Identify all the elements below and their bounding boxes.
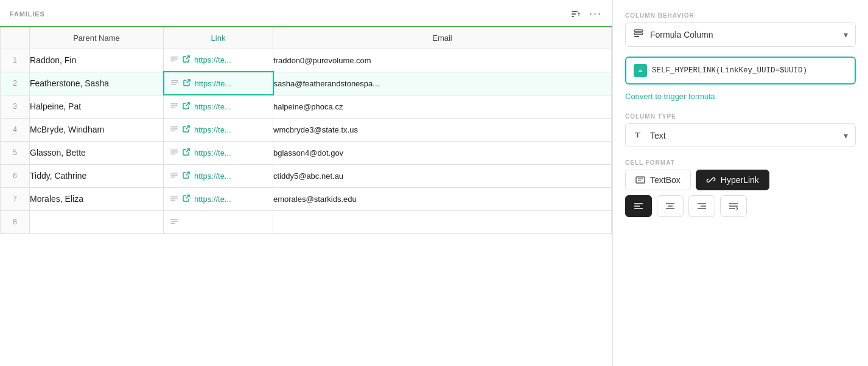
cell-email[interactable]: fraddon0@purevolume.com — [273, 49, 612, 72]
cell-format-section: CELL FORMAT TextBox HyperLink — [625, 159, 856, 217]
svg-text:T: T — [635, 130, 640, 139]
svg-rect-22 — [170, 198, 178, 199]
cell-parent-name[interactable]: Glasson, Bette — [30, 141, 164, 164]
svg-rect-8 — [171, 84, 176, 85]
link-url[interactable]: https://te... — [194, 148, 231, 157]
cell-link[interactable]: https://te... — [164, 118, 273, 141]
align-justify-button[interactable] — [720, 195, 747, 217]
cell-menu-icon[interactable] — [170, 148, 178, 158]
cell-parent-name[interactable]: Tiddy, Cathrine — [30, 164, 164, 187]
cell-email[interactable]: sasha@featherandstonespa... — [273, 72, 612, 95]
link-url[interactable]: https://te... — [194, 125, 231, 134]
table-row: 2Featherstone, Sasha https://te...sasha@… — [1, 72, 612, 95]
external-link-icon — [182, 194, 191, 204]
svg-rect-10 — [170, 105, 178, 106]
svg-rect-7 — [171, 82, 178, 83]
col-header-link[interactable]: Link — [164, 27, 273, 49]
align-right-button[interactable] — [688, 195, 715, 217]
column-behavior-value: Formula Column — [650, 30, 713, 40]
cell-email[interactable]: ctiddy5@abc.net.au — [273, 164, 612, 187]
formula-icon: ≡ — [634, 64, 647, 77]
svg-rect-17 — [170, 153, 175, 154]
cell-menu-icon[interactable] — [170, 55, 178, 65]
column-type-dropdown[interactable]: T Text ▾ — [625, 123, 856, 147]
header-icons: ··· — [570, 7, 602, 20]
cell-email[interactable] — [273, 210, 612, 233]
link-url[interactable]: https://te... — [194, 102, 231, 111]
svg-rect-29 — [634, 36, 639, 37]
external-link-icon — [182, 55, 191, 65]
svg-rect-16 — [170, 151, 178, 153]
table-row: 7Morales, Eliza https://te...emorales@st… — [1, 187, 612, 210]
row-number: 8 — [1, 210, 30, 233]
cell-parent-name[interactable]: McBryde, Windham — [30, 118, 164, 141]
cell-link[interactable]: https://te... — [164, 49, 273, 72]
svg-rect-21 — [170, 196, 178, 197]
formula-box[interactable]: ≡ SELF_HYPERLINK(LinkKey_UUID=$UUID) — [625, 57, 856, 85]
column-type-section: COLUMN TYPE T Text ▾ — [625, 113, 856, 147]
link-url[interactable]: https://te... — [195, 79, 232, 88]
convert-trigger-link[interactable]: Convert to trigger formula — [625, 92, 856, 101]
cell-link[interactable]: https://te... — [164, 164, 273, 187]
cell-menu-icon[interactable] — [170, 102, 178, 112]
row-number: 6 — [1, 164, 30, 187]
cell-menu-icon[interactable] — [170, 78, 179, 89]
cell-email[interactable]: emorales@starkids.edu — [273, 187, 612, 210]
right-panel: COLUMN BEHAVIOR Formula Column ▾ ≡ SELF_… — [612, 0, 868, 366]
cell-link[interactable] — [164, 210, 273, 233]
svg-rect-24 — [170, 219, 178, 220]
col-header-num — [1, 27, 30, 49]
column-behavior-label: COLUMN BEHAVIOR — [625, 12, 856, 19]
cell-link[interactable]: https://te... — [164, 141, 273, 164]
cell-email[interactable]: bglasson4@dot.gov — [273, 141, 612, 164]
textbox-label: TextBox — [650, 175, 681, 185]
row-number: 1 — [1, 49, 30, 72]
cell-link[interactable]: https://te... — [164, 187, 273, 210]
align-left-button[interactable] — [625, 195, 652, 217]
svg-rect-13 — [170, 128, 178, 129]
svg-rect-3 — [170, 57, 178, 58]
cell-link[interactable]: https://te... — [164, 72, 273, 95]
cell-link[interactable]: https://te... — [164, 95, 273, 118]
hyperlink-button[interactable]: HyperLink — [696, 170, 769, 190]
col-header-parent-name[interactable]: Parent Name — [30, 27, 164, 49]
cell-parent-name[interactable]: Featherstone, Sasha — [30, 72, 164, 95]
cell-menu-icon[interactable] — [170, 194, 178, 204]
left-panel: FAMILIES ··· Parent Name Link — [0, 0, 612, 366]
svg-rect-28 — [634, 33, 643, 35]
svg-rect-25 — [170, 221, 178, 222]
table-row: 6Tiddy, Cathrine https://te...ctiddy5@ab… — [1, 164, 612, 187]
column-behavior-section: COLUMN BEHAVIOR Formula Column ▾ — [625, 12, 856, 47]
cell-parent-name[interactable]: Raddon, Fin — [30, 49, 164, 72]
external-link-icon — [182, 125, 191, 135]
table-row: 5Glasson, Bette https://te...bglasson4@d… — [1, 141, 612, 164]
more-options-icon[interactable]: ··· — [589, 7, 602, 20]
cell-email[interactable]: wmcbryde3@state.tx.us — [273, 118, 612, 141]
cell-parent-name[interactable] — [30, 210, 164, 233]
text-type-icon: T — [633, 129, 644, 142]
cell-email[interactable]: halpeine@phoca.cz — [273, 95, 612, 118]
cell-parent-name[interactable]: Halpeine, Pat — [30, 95, 164, 118]
link-url[interactable]: https://te... — [194, 195, 231, 204]
table-row: 4McBryde, Windham https://te...wmcbryde3… — [1, 118, 612, 141]
align-center-button[interactable] — [657, 195, 684, 217]
cell-parent-name[interactable]: Morales, Eliza — [30, 187, 164, 210]
cell-menu-icon — [170, 217, 178, 227]
svg-rect-5 — [170, 61, 175, 62]
row-number: 4 — [1, 118, 30, 141]
link-url[interactable]: https://te... — [194, 55, 231, 64]
families-label: FAMILIES — [10, 10, 45, 18]
svg-rect-1 — [572, 13, 576, 15]
behavior-dropdown-arrow: ▾ — [844, 30, 848, 40]
svg-rect-31 — [636, 177, 645, 183]
textbox-button[interactable]: TextBox — [625, 170, 691, 190]
cell-menu-icon[interactable] — [170, 125, 178, 135]
col-header-email[interactable]: Email — [273, 27, 612, 49]
column-type-value: Text — [650, 131, 666, 140]
row-number: 5 — [1, 141, 30, 164]
row-number: 2 — [1, 72, 30, 95]
link-url[interactable]: https://te... — [194, 171, 231, 181]
sort-filter-icon[interactable] — [570, 8, 582, 20]
cell-menu-icon[interactable] — [170, 171, 178, 181]
column-behavior-dropdown[interactable]: Formula Column ▾ — [625, 22, 856, 47]
